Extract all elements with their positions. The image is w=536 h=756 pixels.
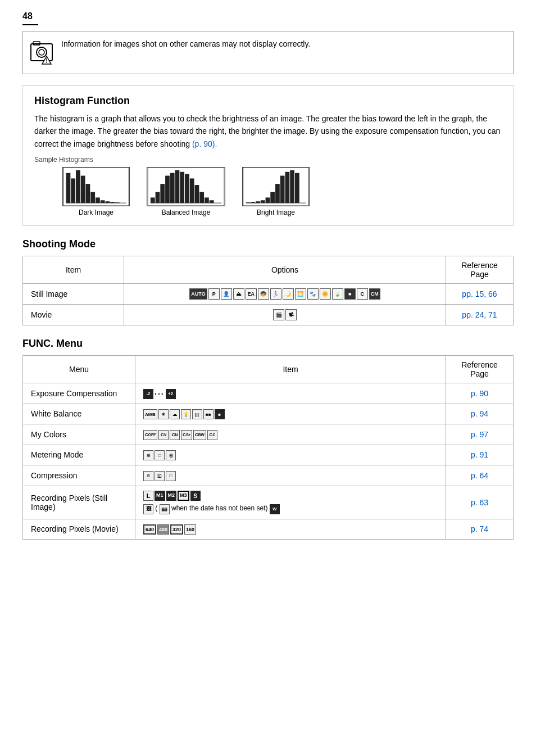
row-item-still: Still Image <box>23 284 124 305</box>
table-row: Recording Pixels (Still Image) L M1 M2 M… <box>23 486 514 519</box>
table-row: Exposure Compensation -2 ··· +2 p. 90 <box>23 383 514 404</box>
svg-rect-41 <box>275 184 280 203</box>
func-ref-wb: p. 94 <box>446 404 514 424</box>
col-header-options: Options <box>124 256 446 284</box>
balanced-image-caption: Balanced Image <box>162 209 211 216</box>
svg-rect-42 <box>280 176 285 203</box>
histogram-balanced: Balanced Image <box>147 167 225 216</box>
table-row: Recording Pixels (Movie) 640 480 320 160… <box>23 519 514 539</box>
func-item-rec-still: L M1 M2 M3 S 🖼 ( 📷 when the date has not… <box>135 486 446 519</box>
mode-icon-row2-4: 🍃 <box>332 288 343 300</box>
mode-icon-row2-7: CM <box>369 288 380 300</box>
func-item-compression: S ◱ □ <box>135 465 446 486</box>
rec-icon-S: S <box>190 491 201 501</box>
mode-icon-row2-1: 🌅 <box>295 288 306 300</box>
color-icon-sepia: CSe <box>181 430 192 440</box>
info-icon: ! <box>30 38 53 67</box>
func-menu-wb: White Balance <box>23 404 135 424</box>
info-text: Information for images shot on other cam… <box>61 38 310 50</box>
histogram-section: Histogram Function The histogram is a gr… <box>22 85 514 226</box>
table-row: White Balance AWB ☀ ☁ 💡 ||| ■■ ■ p. 94 <box>23 404 514 424</box>
mode-icon-auto: AUTO <box>189 288 207 300</box>
rec-icon-postcard: 🖼 <box>143 504 153 514</box>
histogram-dark: Dark Image <box>62 167 130 216</box>
color-icon-bw: CBW <box>193 430 206 440</box>
rec-movie-320: 320 <box>170 524 183 535</box>
col-header-ref: ReferencePage <box>446 256 514 284</box>
col-header-item: Item <box>23 256 124 284</box>
svg-rect-27 <box>185 174 189 203</box>
mode-icon-ea: EA <box>246 288 257 300</box>
row-ref-movie: pp. 24, 71 <box>446 305 514 325</box>
svg-point-3 <box>39 49 44 55</box>
histogram-title: Histogram Function <box>34 95 502 107</box>
func-ref-rec-still: p. 63 <box>446 486 514 519</box>
histograms-row: Dark Image Balanced Image <box>62 167 502 216</box>
shooting-mode-table: Item Options ReferencePage Still Image A… <box>22 256 514 325</box>
metering-icon-spot: ◎ <box>166 450 176 460</box>
svg-rect-31 <box>205 198 209 203</box>
wb-icon-fluor: ||| <box>192 409 202 419</box>
func-menu-rec-movie: Recording Pixels (Movie) <box>23 519 135 539</box>
row-ref-still: pp. 15, 66 <box>446 284 514 305</box>
comp-icon-s: S <box>143 471 153 481</box>
svg-text:!: ! <box>46 57 48 64</box>
svg-rect-20 <box>151 198 155 203</box>
mode-icon-p: P <box>208 288 220 300</box>
row-options-movie: 🎬 📽 <box>124 305 446 325</box>
wb-icon-sun: ☀ <box>158 409 169 419</box>
wb-icon-cloud: ☁ <box>170 409 180 419</box>
svg-rect-40 <box>270 192 275 203</box>
mode-icon-portrait: 👤 <box>221 288 232 300</box>
svg-rect-32 <box>210 200 214 203</box>
histogram-body: The histogram is a graph that allows you… <box>34 112 502 150</box>
func-ref-compression: p. 64 <box>446 465 514 486</box>
table-row: Movie 🎬 📽 pp. 24, 71 <box>23 305 514 325</box>
func-item-exposure: -2 ··· +2 <box>135 383 446 404</box>
exposure-icon-plus2: +2 <box>166 389 176 399</box>
exposure-dots: ··· <box>155 390 165 399</box>
mode-icon-night: 🌙 <box>283 288 294 300</box>
svg-rect-23 <box>165 176 170 203</box>
func-ref-colors: p. 97 <box>446 424 514 445</box>
color-icon-custom: CC <box>207 430 217 440</box>
svg-rect-10 <box>81 176 85 203</box>
svg-rect-21 <box>156 192 160 203</box>
svg-rect-45 <box>295 173 299 203</box>
func-item-colors: COFF CV CN CSe CBW CC <box>135 424 446 445</box>
svg-rect-29 <box>195 185 199 203</box>
svg-rect-25 <box>175 170 180 203</box>
func-menu-rec-still: Recording Pixels (Still Image) <box>23 486 135 519</box>
func-ref-metering: p. 91 <box>446 445 514 465</box>
func-item-metering: ⊙ □ ◎ <box>135 445 446 465</box>
comp-icon-l: □ <box>166 471 176 481</box>
color-icon-neutral: CN <box>170 430 180 440</box>
color-icon-vivid: CV <box>158 430 169 440</box>
mode-icon-movie1: 🎬 <box>273 309 284 320</box>
rec-icon-M2: M2 <box>166 491 177 501</box>
wb-icon-tungsten: 💡 <box>181 409 191 419</box>
func-menu-exposure: Exposure Compensation <box>23 383 135 404</box>
page-number: 48 <box>22 11 38 25</box>
rec-icon-W: W <box>270 504 280 514</box>
svg-rect-38 <box>261 200 265 203</box>
table-row: My Colors COFF CV CN CSe CBW CC p. 97 <box>23 424 514 445</box>
svg-rect-0 <box>31 44 52 61</box>
svg-rect-13 <box>96 198 100 203</box>
svg-rect-30 <box>199 192 204 203</box>
rec-icon-M3: M3 <box>178 491 189 501</box>
comp-icon-m: ◱ <box>155 471 165 481</box>
metering-icon-eval: ⊙ <box>143 450 153 460</box>
mode-icon-row2-3: 🌼 <box>320 288 331 300</box>
svg-rect-8 <box>71 179 75 203</box>
func-menu-table: Menu Item ReferencePage Exposure Compens… <box>22 355 514 540</box>
sample-label: Sample Histograms <box>34 156 502 164</box>
svg-rect-44 <box>290 170 294 203</box>
func-menu-title: FUNC. Menu <box>22 338 514 350</box>
wb-icon-custom: ■■ <box>203 409 214 419</box>
mode-icon-landscape: ⛰ <box>233 288 244 300</box>
shooting-mode-section: Shooting Mode Item Options ReferencePage… <box>22 238 514 325</box>
row-options-still: AUTO P 👤 ⛰ EA 🧒 🏃 🌙 🌅 🐾 🌼 🍃 ■ C <box>124 284 446 305</box>
func-item-wb: AWB ☀ ☁ 💡 ||| ■■ ■ <box>135 404 446 424</box>
func-col-header-ref: ReferencePage <box>446 356 514 383</box>
